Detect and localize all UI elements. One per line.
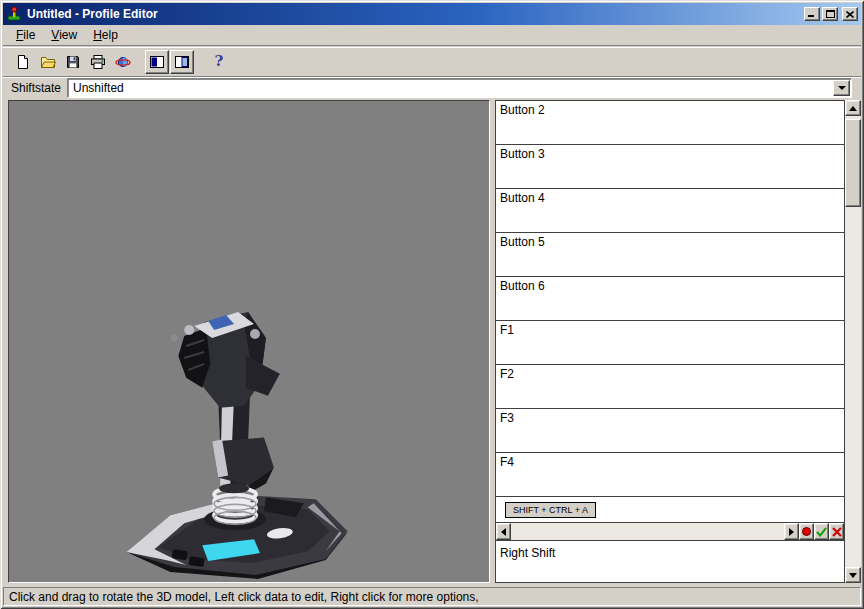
status-bar: Click and drag to rotate the 3D model, L… [3,587,861,606]
menu-help[interactable]: Help [85,26,126,44]
toolbar: ? [3,47,861,75]
shiftstate-value: Unshifted [68,79,833,97]
save-profile-button[interactable] [61,50,85,74]
arrow-right-icon [789,528,794,536]
assignment-row-button4[interactable]: Button 4 [496,189,844,233]
x-icon [832,527,842,537]
arrow-left-icon [501,528,506,536]
open-folder-icon [40,54,56,70]
assignment-row-button6[interactable]: Button 6 [496,277,844,321]
view-list-toggle-button[interactable] [170,50,194,74]
app-window: Untitled - Profile Editor File View Help [0,0,864,609]
split-view-right-icon [174,54,190,70]
assignment-list-panel: Button 2 Button 3 Button 4 Button 5 Butt… [495,100,845,583]
macro-chip-row: SHIFT + CTRL + A [496,497,844,523]
macro-scroll-left-button[interactable] [496,523,511,540]
assignment-row-f4[interactable]: F4 [496,453,844,497]
combobox-dropdown-button[interactable] [833,80,850,96]
macro-editor-toolbar [496,523,844,541]
macro-scroll-right-button[interactable] [784,523,799,540]
cancel-macro-button[interactable] [829,523,844,540]
model-viewport[interactable] [8,100,490,583]
assignment-label: F4 [500,455,514,469]
menubar: File View Help [3,25,861,46]
scroll-down-button[interactable] [845,567,861,583]
assignment-row-f3[interactable]: F3 [496,409,844,453]
help-button[interactable]: ? [207,50,231,74]
print-button[interactable] [86,50,110,74]
record-macro-button[interactable] [799,523,814,540]
printer-icon [90,54,106,70]
app-icon [6,6,22,22]
selected-key-row: Right Shift [496,541,844,562]
status-text: Click and drag to rotate the 3D model, L… [9,590,479,604]
menu-file[interactable]: File [8,26,43,44]
selected-key-label: Right Shift [500,546,555,560]
assignment-label: Button 5 [500,235,545,249]
menu-view[interactable]: View [43,26,85,44]
close-button[interactable] [842,7,858,21]
close-icon [846,11,854,18]
view-model-toggle-button[interactable] [145,50,169,74]
assignment-label: F3 [500,411,514,425]
assignment-row-button5[interactable]: Button 5 [496,233,844,277]
split-view-left-icon [149,54,165,70]
shiftstate-row: Shiftstate Unshifted [3,76,861,99]
test-profile-button[interactable] [111,50,135,74]
macro-scroll-track[interactable] [511,523,784,540]
arrow-up-icon [849,106,857,111]
save-floppy-icon [65,54,81,70]
assignment-label: Button 4 [500,191,545,205]
assignment-label: Button 3 [500,147,545,161]
record-icon [802,527,811,536]
minimize-icon [808,10,816,18]
scroll-up-button[interactable] [845,100,861,116]
chevron-down-icon [838,86,846,90]
minimize-button[interactable] [804,7,820,21]
assignment-label: Button 2 [500,103,545,117]
assignment-row-f1[interactable]: F1 [496,321,844,365]
shiftstate-label: Shiftstate [3,81,67,95]
assignment-label: F1 [500,323,514,337]
open-profile-button[interactable] [36,50,60,74]
window-title: Untitled - Profile Editor [27,7,802,21]
check-icon [816,527,827,537]
maximize-icon [826,10,835,18]
arrow-down-icon [849,573,857,578]
scrollbar-thumb[interactable] [845,119,861,207]
maximize-button[interactable] [822,7,838,21]
assignment-label: F2 [500,367,514,381]
assignment-row-button2[interactable]: Button 2 [496,101,844,145]
assignment-label: Button 6 [500,279,545,293]
shiftstate-combobox[interactable]: Unshifted [67,78,852,98]
joystick-3d-model [9,101,489,582]
new-profile-button[interactable] [11,50,35,74]
rotate-3d-globe-icon [115,54,131,70]
titlebar[interactable]: Untitled - Profile Editor [3,3,861,25]
assignment-row-button3[interactable]: Button 3 [496,145,844,189]
vertical-scrollbar[interactable] [845,100,861,583]
help-icon: ? [215,54,224,69]
scrollbar-track[interactable] [845,116,861,567]
macro-chip[interactable]: SHIFT + CTRL + A [505,502,596,518]
new-document-icon [15,54,31,70]
assignment-row-f2[interactable]: F2 [496,365,844,409]
accept-macro-button[interactable] [814,523,829,540]
